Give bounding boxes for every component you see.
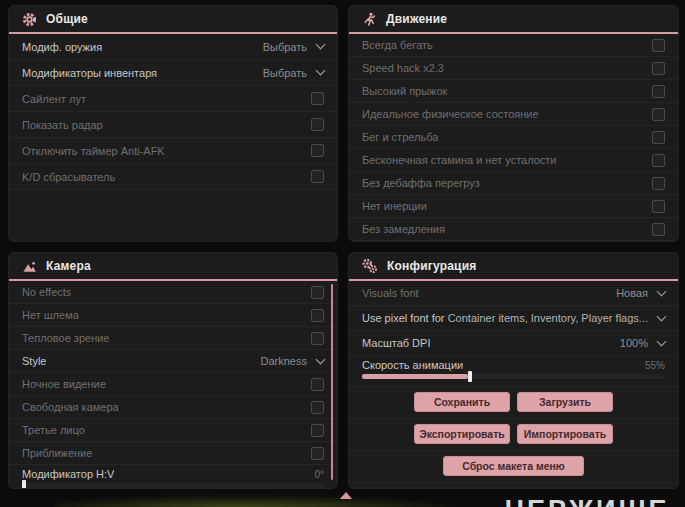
- visuals-font-dropdown[interactable]: Новая: [616, 287, 665, 299]
- setting-label: Бег и стрельба: [362, 131, 438, 143]
- export-button[interactable]: Экспортировать: [414, 424, 510, 444]
- slider-fill: [362, 374, 468, 379]
- chevron-down-icon: [316, 66, 326, 76]
- setting-label: Нет шлема: [22, 309, 79, 321]
- chevron-down-icon: [316, 354, 326, 364]
- row-no-slowdown: Без замедления: [349, 218, 678, 241]
- no-inertia-checkbox[interactable]: [652, 200, 665, 213]
- kd-reset-checkbox[interactable]: [311, 170, 324, 183]
- row-style: Style Darkness: [9, 350, 337, 373]
- slider-handle[interactable]: [468, 371, 472, 382]
- setting-label: No effects: [22, 286, 71, 298]
- no-effects-checkbox[interactable]: [311, 286, 324, 299]
- panel-movement-header: Движение: [349, 6, 678, 34]
- night-vision-checkbox[interactable]: [311, 378, 324, 391]
- setting-label: Высокий прыжок: [362, 85, 447, 97]
- panel-title: Движение: [386, 12, 447, 26]
- panel-title: Камера: [46, 259, 91, 273]
- runner-icon: [362, 12, 377, 27]
- row-zoom: Приближение: [9, 442, 337, 465]
- panel-title: Общие: [46, 12, 88, 26]
- camera-panel-scrollbar[interactable]: [331, 284, 333, 480]
- setting-label: Показать радар: [22, 119, 103, 131]
- row-perfect-condition: Идеальное физическое состояние: [349, 103, 678, 126]
- row-free-camera: Свободная камера: [9, 396, 337, 419]
- setting-label: Модификаторы инвентаря: [22, 67, 157, 79]
- animation-speed-slider[interactable]: [362, 374, 665, 379]
- row-high-jump: Высокий прыжок: [349, 80, 678, 103]
- setting-label: Сайлент лут: [22, 93, 86, 105]
- third-person-checkbox[interactable]: [311, 424, 324, 437]
- free-camera-checkbox[interactable]: [311, 401, 324, 414]
- no-overload-debuff-checkbox[interactable]: [652, 177, 665, 190]
- dpi-scale-dropdown[interactable]: 100%: [620, 337, 665, 349]
- setting-label: Style: [22, 355, 46, 367]
- panel-camera: Камера No effects Нет шлема Тепловое зре…: [8, 252, 338, 489]
- panel-general: Общие Модиф. оружия Выбрать Модификаторы…: [8, 5, 338, 242]
- row-visuals-font: Visuals font Новая: [349, 281, 678, 306]
- load-button[interactable]: Загрузить: [517, 392, 613, 412]
- setting-label: Speed hack x2.3: [362, 62, 444, 74]
- row-infinite-stamina: Бесконечная стамина и нет усталости: [349, 149, 678, 172]
- no-slowdown-checkbox[interactable]: [652, 223, 665, 236]
- watermark-text: ЧЕРЖИШЕ: [505, 495, 670, 507]
- row-hv-modifier: Модификатор H:V 0°: [9, 465, 337, 489]
- setting-label: Без дебаффа перегруз: [362, 177, 480, 189]
- setting-label: Третье лицо: [22, 424, 85, 436]
- slider-handle[interactable]: [22, 480, 26, 489]
- row-inventory-mods: Модификаторы инвентаря Выбрать: [9, 60, 337, 86]
- row-show-radar: Показать радар: [9, 112, 337, 138]
- background-glow: [55, 495, 475, 507]
- zoom-checkbox[interactable]: [311, 447, 324, 460]
- anti-afk-checkbox[interactable]: [311, 144, 324, 157]
- dropdown-value: Darkness: [261, 355, 307, 367]
- silent-loot-checkbox[interactable]: [311, 92, 324, 105]
- setting-label: Без замедления: [362, 223, 445, 235]
- button-row-save-load: Сохранить Загрузить: [349, 387, 678, 419]
- row-kd-reset: K/D сбрасыватель: [9, 164, 337, 190]
- infinite-stamina-checkbox[interactable]: [652, 154, 665, 167]
- reset-menu-layout-button[interactable]: Сброс макета меню: [443, 456, 584, 476]
- setting-label: Всегда бегать: [362, 39, 433, 51]
- speed-hack-checkbox[interactable]: [652, 62, 665, 75]
- perfect-condition-checkbox[interactable]: [652, 108, 665, 121]
- row-night-vision: Ночное видение: [9, 373, 337, 396]
- row-pixel-font: Use pixel font for Container items, Inve…: [349, 306, 678, 331]
- row-thermal-vision: Тепловое зрение: [9, 327, 337, 350]
- style-dropdown[interactable]: Darkness: [261, 355, 324, 367]
- setting-label: Масштаб DPI: [362, 337, 430, 349]
- hv-modifier-slider[interactable]: [22, 483, 324, 488]
- no-helmet-checkbox[interactable]: [311, 309, 324, 322]
- dropdown-value: Container items, Inventory, Player flags…: [448, 312, 648, 324]
- dropdown-value: Выбрать: [263, 67, 307, 79]
- chevron-down-icon: [657, 336, 667, 346]
- slider-value: 0°: [314, 469, 324, 480]
- setting-label: Модиф. оружия: [22, 41, 102, 53]
- setting-label: Отключить таймер Anti-AFK: [22, 145, 165, 157]
- panel-movement: Движение Всегда бегать Speed hack x2.3 В…: [348, 5, 679, 242]
- row-silent-loot: Сайлент лут: [9, 86, 337, 112]
- setting-label: Скорость анимации: [362, 359, 463, 371]
- import-button[interactable]: Импортировать: [517, 424, 613, 444]
- setting-label: Ночное видение: [22, 378, 106, 390]
- run-and-shoot-checkbox[interactable]: [652, 131, 665, 144]
- image-icon: [22, 259, 37, 274]
- show-radar-checkbox[interactable]: [311, 118, 324, 131]
- row-no-inertia: Нет инерции: [349, 195, 678, 218]
- dropdown-value: 100%: [620, 337, 648, 349]
- dropdown-value: Новая: [616, 287, 648, 299]
- weapon-mods-dropdown[interactable]: Выбрать: [263, 41, 324, 53]
- setting-label: Use pixel font for: [362, 312, 445, 324]
- scroll-up-arrow-icon[interactable]: [340, 492, 352, 499]
- inventory-mods-dropdown[interactable]: Выбрать: [263, 67, 324, 79]
- slider-value: 55%: [645, 360, 665, 371]
- save-button[interactable]: Сохранить: [414, 392, 510, 412]
- always-run-checkbox[interactable]: [652, 39, 665, 52]
- button-row-reset: Сброс макета меню: [349, 451, 678, 483]
- panel-title: Конфигурация: [387, 259, 476, 273]
- high-jump-checkbox[interactable]: [652, 85, 665, 98]
- thermal-vision-checkbox[interactable]: [311, 332, 324, 345]
- row-dpi-scale: Масштаб DPI 100%: [349, 331, 678, 356]
- pixel-font-dropdown[interactable]: Container items, Inventory, Player flags…: [448, 312, 665, 324]
- panel-general-header: Общие: [9, 6, 337, 34]
